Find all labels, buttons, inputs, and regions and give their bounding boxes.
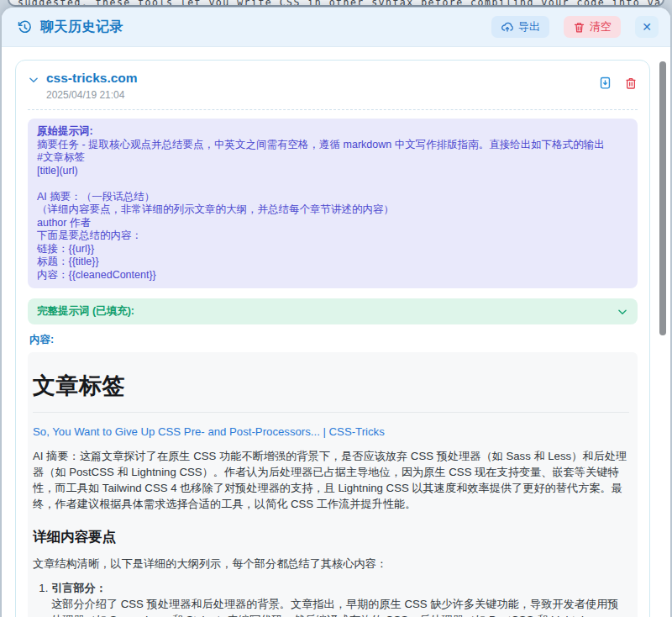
export-button[interactable]: 导出 bbox=[491, 16, 549, 38]
ai-summary-paragraph: AI 摘要：这篇文章探讨了在原生 CSS 功能不断增强的背景下，是否应该放弃 C… bbox=[33, 448, 629, 512]
scrollbar[interactable] bbox=[659, 61, 666, 335]
modal-title: 聊天历史记录 bbox=[40, 18, 123, 36]
content-label: 内容: bbox=[29, 333, 638, 347]
list-item-body: 这部分介绍了 CSS 预处理器和后处理器的背景。文章指出，早期的原生 CSS 缺… bbox=[51, 596, 629, 617]
background-clipped-text: suggested, these tools let you write CSS… bbox=[18, 0, 664, 7]
trash-icon bbox=[573, 21, 585, 34]
details-intro: 文章结构清晰，以下是详细的大纲列示，每个部分都总结了其核心内容： bbox=[33, 556, 629, 572]
record-delete-icon[interactable] bbox=[624, 76, 638, 90]
list-item: 引言部分： 这部分介绍了 CSS 预处理器和后处理器的背景。文章指出，早期的原生… bbox=[51, 580, 629, 617]
cloud-upload-icon bbox=[501, 20, 514, 34]
ai-response-content: 文章标签 So, You Want to Give Up CSS Pre- an… bbox=[28, 352, 638, 617]
export-button-label: 导出 bbox=[518, 19, 540, 34]
list-item-title: 引言部分： bbox=[51, 582, 107, 594]
record-export-icon[interactable] bbox=[598, 76, 612, 90]
collapse-record-chevron-icon[interactable] bbox=[28, 74, 39, 86]
close-button[interactable]: ✕ bbox=[635, 16, 659, 38]
history-record-card: css-tricks.com 2025/04/19 21:04 bbox=[15, 60, 650, 617]
history-icon bbox=[17, 19, 33, 35]
full-prompt-toggle[interactable]: 完整提示词 (已填充): bbox=[28, 298, 638, 324]
clear-button[interactable]: 清空 bbox=[564, 16, 621, 38]
full-prompt-label: 完整提示词 (已填充): bbox=[37, 304, 617, 319]
details-heading: 详细内容要点 bbox=[33, 528, 629, 546]
original-prompt-label: 原始提示词: bbox=[37, 125, 628, 139]
close-icon: ✕ bbox=[642, 20, 652, 34]
chat-history-modal: 聊天历史记录 导出 清空 ✕ bbox=[2, 8, 670, 617]
clear-button-label: 清空 bbox=[590, 19, 612, 34]
modal-body: css-tricks.com 2025/04/19 21:04 bbox=[2, 47, 670, 617]
article-link[interactable]: So, You Want to Give Up CSS Pre- and Pos… bbox=[33, 425, 385, 438]
divider bbox=[28, 109, 638, 110]
modal-header: 聊天历史记录 导出 清空 ✕ bbox=[2, 8, 670, 47]
chevron-down-icon[interactable] bbox=[617, 306, 628, 318]
article-title-heading: 文章标签 bbox=[33, 371, 629, 413]
original-prompt-text: 摘要任务 - 提取核心观点并总结要点，中英文之间需有空格，遵循 markdown… bbox=[37, 139, 628, 282]
record-site-title[interactable]: css-tricks.com bbox=[46, 71, 591, 86]
record-header: css-tricks.com 2025/04/19 21:04 bbox=[28, 71, 638, 101]
record-timestamp: 2025/04/19 21:04 bbox=[46, 89, 591, 101]
original-prompt-box: 原始提示词: 摘要任务 - 提取核心观点并总结要点，中英文之间需有空格，遵循 m… bbox=[28, 119, 638, 288]
outline-list: 引言部分： 这部分介绍了 CSS 预处理器和后处理器的背景。文章指出，早期的原生… bbox=[33, 580, 629, 617]
background-textarea: suggested, these tools let you write CSS… bbox=[8, 0, 664, 7]
